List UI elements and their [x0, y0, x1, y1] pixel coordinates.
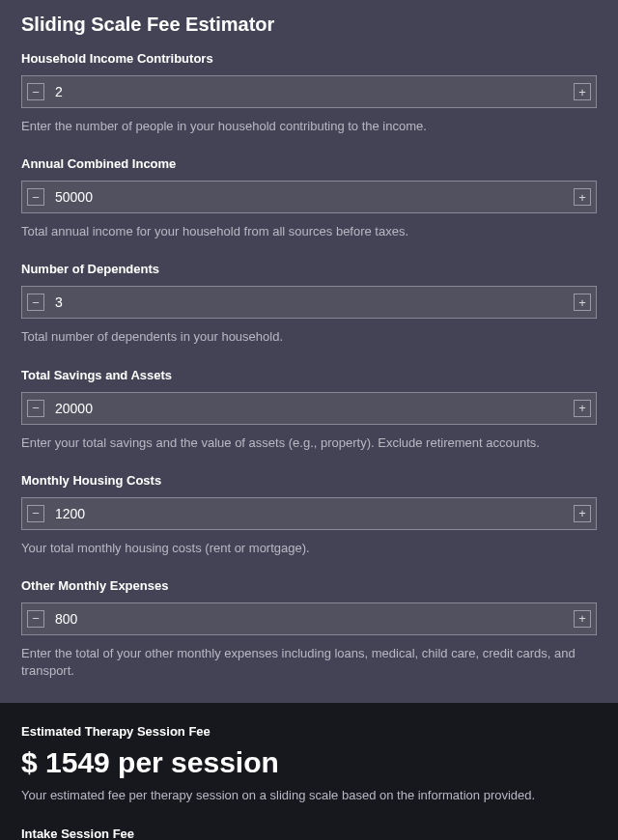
plus-icon: + [574, 400, 591, 417]
minus-icon: − [27, 400, 44, 417]
other-expenses-stepper[interactable]: − 800 + [21, 602, 597, 635]
field-label: Other Monthly Expenses [21, 578, 597, 593]
minus-icon: − [27, 610, 44, 628]
field-help: Your total monthly housing costs (rent o… [21, 540, 597, 557]
plus-icon: + [574, 83, 591, 100]
increment-button[interactable]: + [569, 76, 596, 107]
decrement-button[interactable]: − [22, 498, 49, 529]
contributors-stepper[interactable]: − 2 + [21, 75, 597, 108]
decrement-button[interactable]: − [22, 603, 49, 634]
field-help: Total number of dependents in your house… [21, 328, 597, 346]
field-label: Number of Dependents [21, 262, 597, 276]
increment-button[interactable]: + [569, 182, 596, 212]
result-intake-fee: Intake Session Fee $ 1858 one-time fee S… [21, 826, 597, 841]
increment-button[interactable]: + [569, 287, 596, 318]
minus-icon: − [27, 505, 44, 522]
stepper-value[interactable]: 20000 [49, 393, 569, 424]
savings-stepper[interactable]: − 20000 + [21, 392, 597, 425]
income-stepper[interactable]: − 50000 + [21, 181, 597, 213]
field-label: Monthly Housing Costs [21, 473, 597, 488]
increment-button[interactable]: + [569, 393, 596, 424]
plus-icon: + [574, 505, 591, 522]
page-title: Sliding Scale Fee Estimator [21, 14, 597, 36]
field-dependents: Number of Dependents − 3 + Total number … [21, 262, 597, 346]
field-help: Enter the total of your other monthly ex… [21, 645, 597, 680]
field-label: Annual Combined Income [21, 156, 597, 171]
stepper-value[interactable]: 800 [49, 603, 569, 634]
field-other-expenses: Other Monthly Expenses − 800 + Enter the… [21, 578, 597, 680]
result-value: $ 1549 per session [21, 746, 597, 779]
field-contributors: Household Income Contributors − 2 + Ente… [21, 51, 597, 135]
result-label: Estimated Therapy Session Fee [21, 724, 597, 739]
field-housing: Monthly Housing Costs − 1200 + Your tota… [21, 473, 597, 557]
stepper-value[interactable]: 3 [49, 287, 569, 318]
result-session-fee: Estimated Therapy Session Fee $ 1549 per… [21, 724, 597, 804]
decrement-button[interactable]: − [22, 393, 49, 424]
minus-icon: − [27, 294, 44, 311]
minus-icon: − [27, 188, 44, 206]
field-income: Annual Combined Income − 50000 + Total a… [21, 156, 597, 240]
stepper-value[interactable]: 2 [49, 76, 569, 107]
field-savings: Total Savings and Assets − 20000 + Enter… [21, 368, 597, 452]
field-label: Household Income Contributors [21, 51, 597, 66]
plus-icon: + [574, 188, 591, 206]
increment-button[interactable]: + [569, 498, 596, 529]
stepper-value[interactable]: 1200 [49, 498, 569, 529]
plus-icon: + [574, 294, 591, 311]
increment-button[interactable]: + [569, 603, 596, 634]
field-help: Total annual income for your household f… [21, 223, 597, 240]
result-help: Your estimated fee per therapy session o… [21, 787, 597, 804]
decrement-button[interactable]: − [22, 182, 49, 212]
field-label: Total Savings and Assets [21, 368, 597, 382]
minus-icon: − [27, 83, 44, 100]
dependents-stepper[interactable]: − 3 + [21, 286, 597, 319]
housing-stepper[interactable]: − 1200 + [21, 497, 597, 530]
field-help: Enter the number of people in your house… [21, 118, 597, 135]
decrement-button[interactable]: − [22, 287, 49, 318]
result-label: Intake Session Fee [21, 826, 597, 841]
field-help: Enter your total savings and the value o… [21, 434, 597, 452]
decrement-button[interactable]: − [22, 76, 49, 107]
stepper-value[interactable]: 50000 [49, 182, 569, 212]
plus-icon: + [574, 610, 591, 628]
